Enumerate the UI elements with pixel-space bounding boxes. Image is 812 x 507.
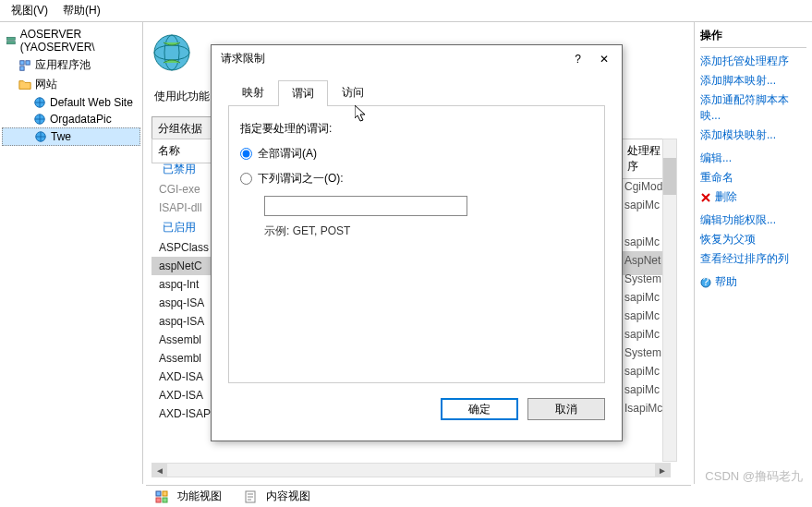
svg-rect-13 (156, 491, 161, 496)
dialog-title: 请求限制 (221, 51, 265, 66)
actions-panel: 操作 添加托管处理程序 添加脚本映射... 添加通配符脚本本映... 添加模块映… (694, 22, 812, 484)
tab-access[interactable]: 访问 (328, 79, 378, 105)
request-restrictions-dialog: 请求限制 ? ✕ 映射 谓词 访问 指定要处理的谓词: 全部谓词(A) 下列谓词… (211, 44, 623, 441)
tree-site-default-label: Default Web Site (50, 96, 133, 109)
action-help[interactable]: ?帮助 (700, 272, 806, 292)
action-edit-perm[interactable]: 编辑功能权限... (700, 211, 806, 230)
content-icon (244, 490, 257, 503)
group-by-header[interactable]: 分组依据 (151, 116, 211, 141)
svg-rect-4 (20, 66, 24, 69)
tree-site-twe-label: Twe (51, 130, 71, 143)
svg-rect-2 (20, 60, 24, 64)
page-globe-icon (152, 33, 191, 72)
radio-all-verbs[interactable]: 全部谓词(A) (240, 146, 593, 162)
menu-view[interactable]: 视图(V) (4, 1, 55, 20)
radio-list-verbs[interactable]: 下列谓词之一(O): (240, 171, 593, 187)
tree-site-orgadata-label: OrgadataPic (50, 113, 112, 126)
action-delete-label: 删除 (715, 189, 737, 205)
radio-all-input[interactable] (240, 148, 252, 160)
svg-rect-1 (6, 42, 15, 44)
horizontal-scrollbar[interactable]: ◄ ► (151, 463, 671, 477)
dialog-body: 映射 谓词 访问 指定要处理的谓词: 全部谓词(A) 下列谓词之一(O): 示例… (212, 72, 622, 391)
radio-list-label: 下列谓词之一(O): (258, 171, 344, 187)
tab-features-label: 功能视图 (172, 487, 227, 506)
tree-site-orgadata[interactable]: OrgadataPic (2, 111, 140, 127)
scroll-thumb[interactable] (663, 158, 676, 195)
globe-icon (34, 130, 47, 143)
bottom-tabs: 功能视图 内容视图 (146, 485, 691, 507)
scroll-right-button[interactable]: ► (655, 464, 670, 477)
tab-mapping[interactable]: 映射 (228, 79, 278, 105)
dialog-titlebar: 请求限制 ? ✕ (212, 45, 622, 72)
tree-sites-label: 网站 (35, 77, 57, 92)
action-rename[interactable]: 重命名 (700, 168, 806, 187)
verb-example: 示例: GET, POST (264, 223, 593, 239)
scroll-left-button[interactable]: ◄ (152, 464, 167, 477)
close-button[interactable]: ✕ (596, 53, 612, 66)
menubar: 视图(V) 帮助(H) (0, 0, 812, 22)
globe-icon (33, 96, 46, 109)
help-icon: ? (700, 277, 711, 288)
svg-rect-3 (26, 60, 30, 64)
help-button[interactable]: ? (571, 53, 585, 66)
tree-site-twe[interactable]: Twe (2, 127, 140, 146)
folder-icon (18, 78, 31, 91)
tab-content-label: 内容视图 (261, 487, 316, 506)
action-revert[interactable]: 恢复为父项 (700, 230, 806, 249)
action-add-wildcard[interactable]: 添加通配符脚本本映... (700, 91, 806, 126)
tab-content: 指定要处理的谓词: 全部谓词(A) 下列谓词之一(O): 示例: GET, PO… (228, 106, 605, 383)
verb-list-input[interactable] (264, 196, 467, 216)
globe-icon (33, 113, 46, 126)
action-edit[interactable]: 编辑... (700, 149, 806, 168)
svg-text:?: ? (703, 277, 709, 288)
tab-features-view[interactable]: 功能视图 (150, 488, 233, 505)
svg-rect-15 (156, 498, 161, 502)
menu-help[interactable]: 帮助(H) (55, 1, 108, 20)
use-feature-label: 使用此功能 (154, 89, 210, 104)
actions-title: 操作 (700, 28, 806, 48)
svg-point-10 (154, 35, 189, 70)
watermark: CSDN @撸码老九 (705, 468, 803, 485)
delete-icon (700, 192, 711, 203)
apppool-icon (18, 59, 31, 72)
ok-button[interactable]: 确定 (441, 398, 518, 420)
dialog-buttons: 确定 取消 (212, 391, 622, 428)
action-add-managed[interactable]: 添加托管处理程序 (700, 52, 806, 71)
tree-apppool[interactable]: 应用程序池 (2, 55, 140, 75)
verbs-label: 指定要处理的谓词: (240, 121, 593, 137)
action-add-script[interactable]: 添加脚本映射... (700, 71, 806, 91)
tab-verbs[interactable]: 谓词 (278, 80, 328, 106)
dialog-tabs: 映射 谓词 访问 (228, 79, 605, 106)
server-icon (6, 34, 17, 47)
cancel-button[interactable]: 取消 (527, 398, 605, 420)
radio-all-label: 全部谓词(A) (258, 146, 317, 162)
tree-sites[interactable]: 网站 (2, 75, 140, 94)
tree-server-label: AOSERVER (YAOSERVER\ (20, 28, 137, 54)
tree-site-default[interactable]: Default Web Site (2, 94, 140, 111)
tab-content-view[interactable]: 内容视图 (238, 488, 321, 505)
radio-list-input[interactable] (240, 173, 252, 185)
vertical-scrollbar[interactable] (662, 139, 677, 462)
tree-apppool-label: 应用程序池 (35, 57, 91, 73)
svg-rect-14 (163, 491, 167, 496)
action-view-ordered[interactable]: 查看经过排序的列 (700, 249, 806, 269)
action-delete[interactable]: 删除 (700, 187, 806, 207)
features-icon (155, 490, 168, 503)
action-help-label: 帮助 (715, 274, 737, 290)
tree-panel: AOSERVER (YAOSERVER\ 应用程序池 网站 Default We… (0, 22, 143, 484)
svg-rect-16 (163, 498, 167, 502)
action-add-module[interactable]: 添加模块映射... (700, 126, 806, 145)
svg-rect-0 (6, 37, 15, 40)
tree-server[interactable]: AOSERVER (YAOSERVER\ (2, 26, 140, 55)
